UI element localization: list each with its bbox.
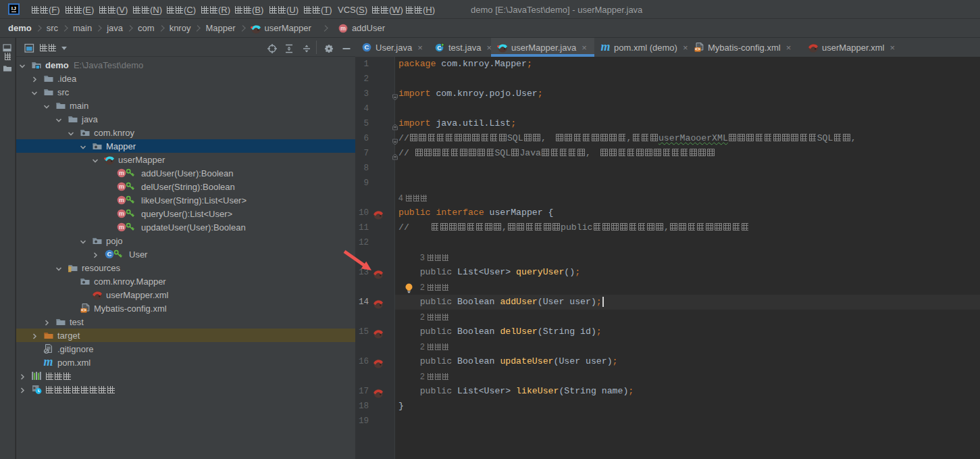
svg-text:m: m [600, 43, 610, 53]
svg-text:m: m [119, 197, 124, 203]
svg-text:m: m [119, 183, 124, 190]
svg-text:m: m [119, 224, 124, 231]
svg-text:m: m [119, 210, 124, 217]
svg-text:C: C [365, 43, 369, 51]
svg-text:m: m [43, 358, 53, 368]
svg-text:<>: <> [695, 47, 700, 52]
svg-text:m: m [340, 25, 346, 32]
svg-text:m: m [119, 170, 124, 176]
svg-text:C: C [107, 251, 112, 258]
svg-text:<>: <> [81, 308, 86, 313]
